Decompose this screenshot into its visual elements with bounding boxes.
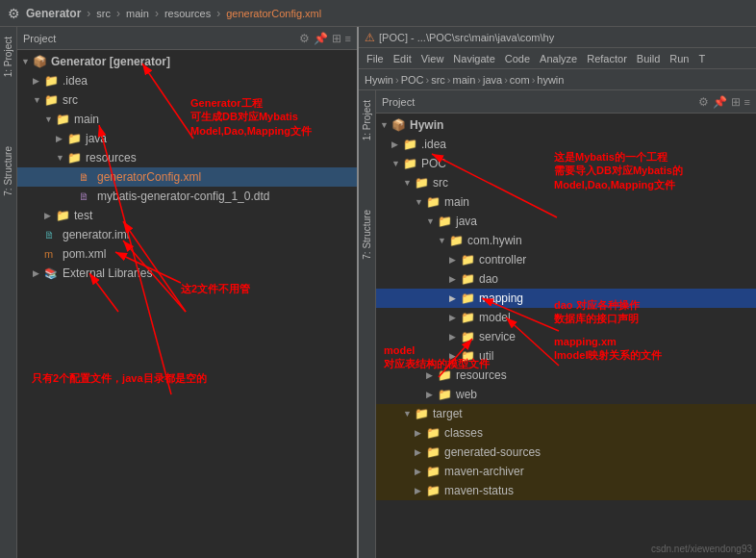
side-tab-project[interactable]: 1: Project bbox=[2, 31, 14, 83]
menu-code[interactable]: Code bbox=[501, 51, 534, 66]
tree-row[interactable]: ▶ 📁 classes bbox=[376, 423, 756, 443]
bc-main[interactable]: main bbox=[452, 74, 475, 86]
menu-edit[interactable]: Edit bbox=[390, 51, 416, 66]
tree-row[interactable]: ▶ 📁 maven-archiver bbox=[376, 462, 756, 481]
menu-build[interactable]: Build bbox=[633, 51, 664, 66]
arrow-icon: ▶ bbox=[415, 486, 426, 495]
side-tab-structure[interactable]: 7: Structure bbox=[2, 140, 14, 202]
menu-analyze[interactable]: Analyze bbox=[536, 51, 581, 66]
right-menu-icon[interactable]: ≡ bbox=[744, 96, 750, 108]
folder-icon: 📁 bbox=[67, 151, 83, 165]
tree-row[interactable]: ▶ 📁 .idea bbox=[17, 71, 357, 90]
tree-row[interactable]: 🗎 generator.iml bbox=[17, 225, 357, 244]
menu-file[interactable]: File bbox=[363, 51, 388, 66]
bc-src[interactable]: src bbox=[431, 74, 445, 86]
tree-row[interactable]: ▼ 📁 src bbox=[17, 90, 357, 110]
tree-row[interactable]: ▶ 📁 maven-status bbox=[376, 481, 756, 500]
folder-icon: 📁 bbox=[426, 465, 441, 478]
folder-icon: 📁 bbox=[461, 292, 476, 305]
pom-icon: m bbox=[44, 248, 60, 260]
folder-icon: 📁 bbox=[461, 253, 476, 266]
tree-row[interactable]: ▼ 📦 Hywin bbox=[376, 115, 756, 135]
tree-row-mapping[interactable]: ▶ 📁 mapping bbox=[376, 289, 756, 308]
tree-row[interactable]: ▼ 📁 resources bbox=[17, 148, 357, 167]
left-pin-icon[interactable]: 📌 bbox=[314, 32, 328, 45]
tree-row[interactable]: ▶ 📁 dao bbox=[376, 269, 756, 289]
bc-hywin2[interactable]: hywin bbox=[537, 74, 564, 86]
tree-row[interactable]: ▼ 📁 main bbox=[376, 192, 756, 212]
tree-row[interactable]: ▼ 📁 java bbox=[376, 212, 756, 231]
tree-row[interactable]: ▶ 📚 External Libraries bbox=[17, 264, 357, 283]
tree-label: Hywin bbox=[410, 118, 443, 132]
right-settings-icon[interactable]: ⚙ bbox=[698, 95, 709, 109]
tree-row[interactable]: ▶ 📁 resources bbox=[376, 366, 756, 385]
bc-com[interactable]: com bbox=[510, 74, 530, 86]
folder-icon: 📁 bbox=[461, 349, 476, 363]
breadcrumb-sep2: › bbox=[116, 7, 120, 20]
folder-icon: 📁 bbox=[44, 74, 60, 88]
tree-row[interactable]: ▶ 📁 util bbox=[376, 346, 756, 366]
menu-refactor[interactable]: Refactor bbox=[583, 51, 631, 66]
tree-row[interactable]: ▶ 📁 model bbox=[376, 308, 756, 327]
right-side-tab-structure[interactable]: 7: Structure bbox=[361, 204, 373, 266]
tree-row[interactable]: ▶ 📁 controller bbox=[376, 250, 756, 269]
iml-icon: 🗎 bbox=[44, 229, 60, 241]
dtd-icon: 🗎 bbox=[79, 190, 94, 202]
tree-label: POC bbox=[421, 157, 446, 170]
tree-row[interactable]: ▶ 📁 generated-sources bbox=[376, 443, 756, 462]
folder-icon: 📁 bbox=[438, 368, 453, 382]
tree-label: resources bbox=[86, 151, 137, 165]
folder-icon: 📁 bbox=[415, 407, 430, 420]
right-pin-icon[interactable]: 📌 bbox=[713, 95, 727, 109]
bc-hywin[interactable]: Hywin bbox=[365, 74, 393, 86]
tree-row[interactable]: ▶ 📁 .idea bbox=[376, 135, 756, 154]
breadcrumb-sep1: › bbox=[87, 7, 90, 20]
left-expand-icon[interactable]: ⊞ bbox=[332, 32, 341, 45]
tree-row[interactable]: 🗎 mybatis-generator-config_1_0.dtd bbox=[17, 187, 357, 206]
bc-sep4: › bbox=[477, 74, 481, 86]
tree-row[interactable]: ▶ 📁 java bbox=[17, 129, 357, 148]
xml-icon: 🗎 bbox=[79, 171, 94, 183]
tree-label: java bbox=[86, 132, 107, 145]
bc-sep3: › bbox=[447, 74, 451, 86]
right-expand-icon[interactable]: ⊞ bbox=[731, 95, 741, 109]
arrow-icon: ▼ bbox=[403, 409, 415, 418]
tree-row[interactable]: ▼ 📁 com.hywin bbox=[376, 231, 756, 250]
folder-icon: 📁 bbox=[415, 176, 430, 190]
left-settings-icon[interactable]: ⚙ bbox=[299, 32, 310, 45]
left-tree: ▼ 📦 Generator [generator] ▶ 📁 .idea ▼ 📁 … bbox=[17, 50, 357, 558]
folder-icon: 📁 bbox=[426, 195, 441, 209]
arrow-icon: ▶ bbox=[449, 274, 461, 284]
tree-row[interactable]: ▼ 📁 target bbox=[376, 404, 756, 423]
tree-row[interactable]: m pom.xml bbox=[17, 244, 357, 264]
menu-navigate[interactable]: Navigate bbox=[449, 51, 498, 66]
tree-row[interactable]: ▼ 📁 POC bbox=[376, 154, 756, 173]
tree-label: mapping bbox=[479, 292, 523, 305]
right-top-text: [POC] - ...\POC\src\main\java\com\hy bbox=[379, 32, 554, 43]
menu-more[interactable]: T bbox=[694, 51, 709, 66]
tree-label: target bbox=[433, 407, 463, 420]
tree-label: generated-sources bbox=[444, 445, 541, 459]
right-side-tab-project[interactable]: 1: Project bbox=[361, 94, 373, 146]
tree-row[interactable]: 🗎 generatorConfig.xml bbox=[17, 167, 357, 187]
bc-java[interactable]: java bbox=[483, 74, 502, 86]
tree-row[interactable]: ▼ 📦 Generator [generator] bbox=[17, 52, 357, 71]
tree-row[interactable]: ▶ 📁 test bbox=[17, 206, 357, 225]
tree-row[interactable]: ▼ 📁 main bbox=[17, 110, 357, 129]
tree-row[interactable]: ▶ 📁 web bbox=[376, 385, 756, 404]
warning-icon: ⚠ bbox=[365, 31, 375, 44]
menu-run[interactable]: Run bbox=[666, 51, 693, 66]
left-gear2-icon[interactable]: ≡ bbox=[345, 33, 351, 44]
tree-row[interactable]: ▶ 📁 service bbox=[376, 327, 756, 346]
tree-label: generator.iml bbox=[63, 228, 129, 241]
bc-poc[interactable]: POC bbox=[401, 74, 424, 86]
menu-view[interactable]: View bbox=[417, 51, 448, 66]
right-menu-bar: File Edit View Navigate Code Analyze Ref… bbox=[359, 48, 756, 69]
folder-icon: 📁 bbox=[438, 388, 453, 401]
right-panel-header: Project ⚙ 📌 ⊞ ≡ bbox=[376, 90, 756, 114]
tree-label: pom.xml bbox=[63, 247, 106, 261]
module-icon: 📦 bbox=[391, 118, 407, 132]
right-panel-title: Project bbox=[382, 96, 694, 108]
bc-sep5: › bbox=[504, 74, 508, 86]
tree-row[interactable]: ▼ 📁 src bbox=[376, 173, 756, 192]
